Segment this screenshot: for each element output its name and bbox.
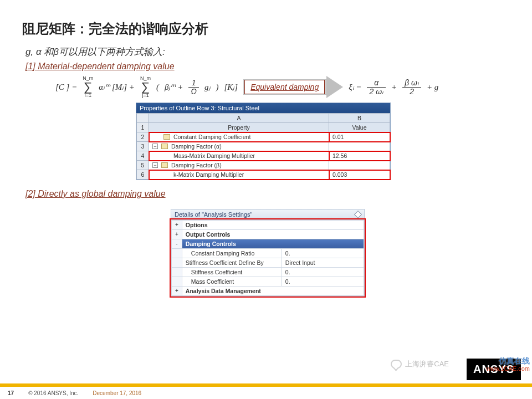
property-row[interactable]: Mass Coefficient 0.: [172, 277, 364, 287]
formula-xi: ξᵢ =: [349, 82, 361, 92]
property-row[interactable]: Stiffness Coefficient Define By Direct I…: [172, 258, 364, 268]
property-row[interactable]: Stiffness Coefficient 0.: [172, 268, 364, 277]
value-header: Value: [329, 123, 390, 132]
col-b-header: B: [329, 114, 390, 123]
sum-symbol-1: N_m ∑ i=1: [83, 76, 93, 98]
section-row-damping[interactable]: - Damping Controls: [172, 239, 364, 249]
collapse-icon[interactable]: -: [172, 239, 182, 249]
chart-icon: [161, 162, 168, 168]
collapse-icon[interactable]: −: [152, 144, 158, 149]
pin-icon[interactable]: [354, 211, 362, 218]
expand-icon[interactable]: +: [172, 230, 182, 239]
property-row[interactable]: Constant Damping Ratio 0.: [172, 249, 364, 258]
value-cell[interactable]: 0.: [282, 277, 364, 287]
collapse-icon[interactable]: −: [152, 162, 158, 168]
formula-plus-g: + g: [427, 83, 438, 92]
property-header: Property: [149, 123, 329, 132]
value-cell[interactable]: 0.003: [329, 170, 390, 180]
arrow-head-icon: [326, 76, 343, 98]
page-number: 17: [8, 390, 14, 396]
col-a-header: A: [149, 114, 329, 123]
formula-beta: βⱼᵐ +: [165, 82, 183, 92]
equivalent-damping-label: Equivalent damping: [244, 80, 325, 94]
details-panel: Details of "Analysis Settings" + Options…: [171, 209, 365, 296]
slide-title: 阻尼矩阵：完全法的谐响应分析: [22, 20, 510, 38]
table-row[interactable]: 5 −Damping Factor (β): [137, 161, 390, 170]
section-1-heading: [1] Material-dependent damping value: [25, 62, 510, 71]
chart-icon: [161, 144, 168, 149]
section-row[interactable]: + Options: [172, 221, 364, 230]
frac-beta: β ωᵢ2: [402, 79, 421, 95]
formula-term1: αᵢᵐ [Mᵢ] +: [99, 82, 135, 92]
value-cell[interactable]: Direct Input: [282, 258, 364, 268]
value-cell[interactable]: 0.: [282, 268, 364, 277]
sum-symbol-2: N_m ∑ j=1: [140, 76, 151, 98]
section-2-heading: [2] Directly as global damping value: [25, 189, 510, 199]
frac-alpha: α2 ωᵢ: [367, 79, 386, 95]
slide-subtitle: g, α 和β可以用以下两种方式输入:: [25, 45, 510, 58]
table-row[interactable]: 2 Constant Damping Coefficient 0.01: [137, 132, 390, 142]
formula-kj: [Kⱼ]: [224, 82, 238, 92]
details-panel-title: Details of "Analysis Settings": [175, 211, 252, 218]
equivalent-damping-arrow: Equivalent damping: [243, 76, 343, 98]
slide-footer: 17 © 2016 ANSYS, Inc. December 17, 2016: [0, 383, 532, 399]
formula-lhs: [C ] =: [55, 83, 77, 92]
formula-row: [C ] = N_m ∑ i=1 αᵢᵐ [Mᵢ] + N_m ∑ j=1 ( …: [55, 76, 510, 98]
expand-icon[interactable]: +: [172, 287, 182, 296]
properties-table-title: Properties of Outline Row 3: Structural …: [136, 103, 390, 113]
expand-icon[interactable]: +: [172, 221, 182, 230]
table-row[interactable]: 6 k-Matrix Damping Multiplier 0.003: [137, 170, 390, 180]
value-cell[interactable]: 0.01: [329, 132, 390, 142]
watermark-side: 仿真在线 www.1CAE.com: [486, 356, 530, 372]
value-cell[interactable]: 0.: [282, 249, 364, 258]
value-cell[interactable]: 12.56: [329, 151, 390, 161]
table-row[interactable]: 4 Mass-Matrix Damping Multiplier 12.56: [137, 151, 390, 161]
footer-date: December 17, 2016: [93, 390, 141, 396]
table-row[interactable]: 3 −Damping Factor (α): [137, 142, 390, 151]
frac-one-omega: 1Ω: [188, 79, 199, 95]
properties-table: Properties of Outline Row 3: Structural …: [136, 103, 391, 180]
chart-icon: [163, 134, 170, 140]
copyright-text: © 2016 ANSYS, Inc.: [28, 390, 78, 396]
watermark-chat: 上海湃睿CAE: [391, 359, 449, 369]
section-row[interactable]: + Output Controls: [172, 230, 364, 239]
chat-bubble-icon: [391, 360, 402, 369]
section-row[interactable]: + Analysis Data Management: [172, 287, 364, 296]
formula-gj: gⱼ: [204, 82, 211, 92]
